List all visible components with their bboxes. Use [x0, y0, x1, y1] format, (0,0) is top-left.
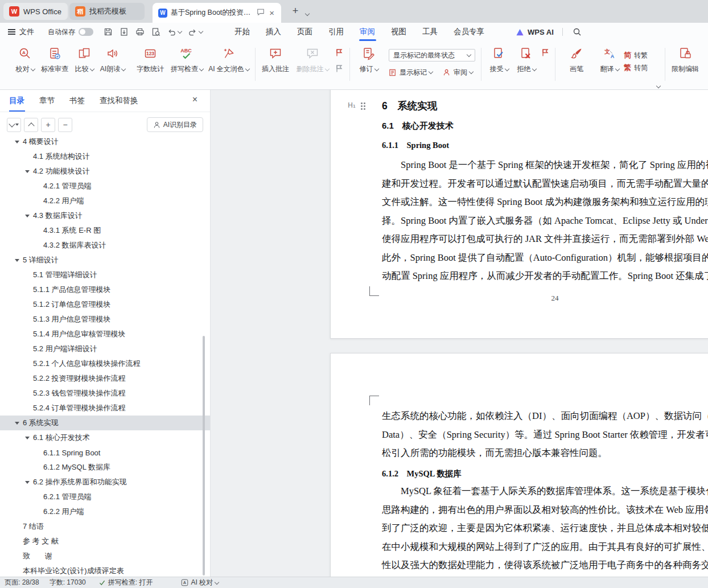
collapse-level-button[interactable]: [24, 118, 38, 132]
search-icon[interactable]: [570, 25, 584, 39]
tab-list-caret-icon[interactable]: [306, 9, 309, 19]
ribbon-tab[interactable]: 插入: [258, 23, 289, 41]
tab-docer-templates[interactable]: 稻 找稻壳模板: [69, 3, 145, 20]
next-comment-icon[interactable]: [335, 64, 344, 75]
close-sidebar-icon[interactable]: ×: [192, 95, 197, 104]
show-markup-button[interactable]: 显示标记: [389, 66, 433, 79]
expand-arrow-icon[interactable]: [25, 481, 33, 484]
toc-item[interactable]: 5.1.2 订单信息管理模块: [0, 297, 210, 312]
word-count-indicator[interactable]: 字数: 17030: [50, 578, 86, 587]
restrict-editing-button[interactable]: 限制编辑: [669, 46, 701, 74]
ribbon-tab[interactable]: 会员专享: [446, 23, 492, 41]
sidebar-tab[interactable]: 查找和替换: [100, 90, 138, 112]
toc-item[interactable]: 4.3 数据库设计: [0, 208, 210, 223]
save-button[interactable]: [104, 27, 113, 36]
ribbon-tab[interactable]: 开始: [227, 23, 258, 41]
toc-item[interactable]: 6.2 操作系统界面和功能实现: [0, 475, 210, 490]
file-menu-button[interactable]: 文件: [8, 23, 34, 41]
toc-item[interactable]: 6.2.1 管理员端: [0, 490, 210, 504]
zoom-in-outline-button[interactable]: +: [41, 118, 55, 132]
ribbon-tab[interactable]: 审阅: [352, 23, 383, 41]
expand-level-button[interactable]: [7, 118, 21, 132]
document-page-24[interactable]: H₁ 6 系统实现 6.1 核心开发技术 6.1.1 Spring Boot S…: [330, 90, 708, 339]
toc-item[interactable]: 6.1 核心开发技术: [0, 430, 210, 445]
ai-proofread-button[interactable]: A AI 校对: [181, 578, 219, 587]
toc-item[interactable]: 4.3.2 数据库表设计: [0, 238, 210, 253]
track-changes-button[interactable]: 修订: [353, 46, 385, 74]
simplified-to-traditional-button[interactable]: 简 转繁: [624, 49, 665, 61]
expand-arrow-icon[interactable]: [25, 170, 33, 173]
toc-item[interactable]: 6.2.2 用户端: [0, 504, 210, 519]
traditional-to-simplified-button[interactable]: 繁 转简: [624, 61, 665, 74]
word-count-button[interactable]: 123 字数统计: [134, 46, 166, 74]
toc-item[interactable]: 5.2.2 投资理财模块操作流程: [0, 371, 210, 386]
ai-polish-button[interactable]: AI 全文润色: [208, 46, 249, 74]
toc-item[interactable]: 4 概要设计: [0, 138, 210, 149]
expand-arrow-icon[interactable]: [15, 141, 23, 143]
delete-comment-button[interactable]: 删除批注: [295, 46, 330, 74]
toc-item[interactable]: 5.1 管理端详细设计: [0, 268, 210, 282]
sidebar-tab[interactable]: 目录: [9, 90, 24, 112]
expand-arrow-icon[interactable]: [25, 437, 33, 439]
undo-button[interactable]: [167, 28, 182, 36]
sidebar-scrollbar-thumb[interactable]: [203, 336, 205, 575]
page-indicator[interactable]: 页面: 28/38: [5, 578, 39, 587]
toc-item[interactable]: 7 结语: [0, 519, 210, 534]
export-pdf-button[interactable]: [120, 27, 129, 36]
translate-button[interactable]: 文A 翻译: [594, 46, 625, 74]
toc-item[interactable]: 4.2.1 管理员端: [0, 179, 210, 194]
ribbon-tab[interactable]: 页面: [289, 23, 320, 41]
new-tab-button[interactable]: +: [289, 5, 302, 17]
ink-brush-button[interactable]: 画笔: [561, 46, 592, 74]
toc-item[interactable]: 致 谢: [0, 549, 210, 564]
heading-level-handle[interactable]: H₁: [348, 101, 356, 109]
ai-read-aloud-button[interactable]: AI朗读: [97, 46, 129, 74]
ai-recognize-toc-button[interactable]: AI识别目录: [147, 117, 203, 132]
toc-item[interactable]: 5.2.1 个人信息审核模块操作流程: [0, 356, 210, 371]
toc-item[interactable]: 4.2.2 用户端: [0, 194, 210, 208]
spell-check-indicator[interactable]: 拼写检查: 打开: [98, 578, 153, 587]
toc-item[interactable]: 6.1.1 Spring Boot: [0, 445, 210, 460]
proofread-button[interactable]: A 校对: [9, 46, 41, 74]
review-pane-button[interactable]: 审阅: [443, 66, 473, 79]
print-button[interactable]: [135, 27, 145, 36]
toc-item[interactable]: 4.1 系统结构设计: [0, 149, 210, 164]
expand-arrow-icon[interactable]: [15, 259, 23, 262]
drag-handle-icon[interactable]: [361, 102, 363, 104]
accept-change-button[interactable]: 接受: [485, 46, 513, 74]
toc-item[interactable]: 6.1.2 MySQL 数据库: [0, 460, 210, 475]
sidebar-tab[interactable]: 章节: [39, 90, 55, 112]
toc-item[interactable]: 5.2 用户端详细设计: [0, 342, 210, 356]
spell-check-button[interactable]: ABC 拼写检查: [171, 46, 203, 74]
previous-comment-icon[interactable]: [335, 48, 344, 59]
toc-item[interactable]: 参 考 文 献: [0, 534, 210, 549]
document-page-25[interactable]: 生态系统的核心功能，如依赖注入（DI）、面向切面编程（AOP）、数据访问（SDa…: [330, 353, 708, 577]
compare-button[interactable]: 比较: [68, 46, 100, 74]
ribbon-tab[interactable]: 工具: [414, 23, 446, 41]
toc-item[interactable]: 本科毕业论文(设计)成绩评定表: [0, 564, 210, 577]
sidebar-tab[interactable]: 书签: [69, 90, 85, 112]
wps-ai-button[interactable]: WPS AI: [516, 23, 554, 41]
toc-item[interactable]: 6 系统实现: [0, 416, 210, 430]
expand-arrow-icon[interactable]: [15, 422, 23, 425]
print-preview-button[interactable]: [151, 27, 160, 36]
reject-change-button[interactable]: 拒绝: [512, 46, 541, 74]
ribbon-tab[interactable]: 引用: [320, 23, 352, 41]
toc-item[interactable]: 5 详细设计: [0, 253, 210, 268]
zoom-out-outline-button[interactable]: −: [58, 118, 72, 132]
toc-item[interactable]: 5.2.3 钱包管理模块操作流程: [0, 386, 210, 401]
toc-item[interactable]: 5.1.3 用户信息管理模块: [0, 312, 210, 327]
standard-review-button[interactable]: 标准审查: [39, 46, 71, 74]
toc-item[interactable]: 5.1.1 产品信息管理模块: [0, 282, 210, 297]
toc-item[interactable]: 5.2.4 订单管理模块操作流程: [0, 401, 210, 416]
toc-item[interactable]: 5.1.4 用户信息审核管理模块: [0, 327, 210, 342]
toc-item[interactable]: 4.2 功能模块设计: [0, 164, 210, 179]
expand-arrow-icon[interactable]: [25, 215, 33, 217]
toc-item[interactable]: 4.3.1 系统 E-R 图: [0, 223, 210, 238]
tab-document[interactable]: W 基于Spring Boot的投资理财 ×: [153, 3, 281, 23]
tab-wps-home[interactable]: W WPS Office: [3, 3, 68, 20]
ribbon-tab[interactable]: 视图: [383, 23, 414, 41]
redo-button[interactable]: [188, 28, 203, 36]
next-revision-icon[interactable]: [541, 48, 550, 59]
insert-comment-button[interactable]: 插入批注: [260, 46, 291, 74]
